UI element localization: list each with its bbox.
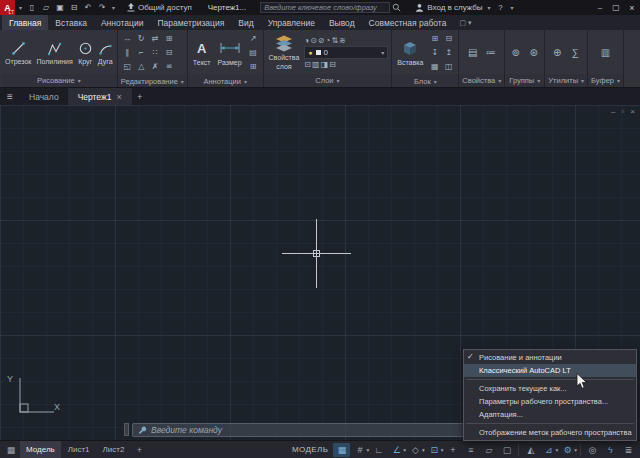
layer-walk-icon[interactable]: ⊡ (304, 60, 311, 69)
polyline-tool-button[interactable]: Полилиния (35, 40, 73, 65)
search-input[interactable] (260, 2, 390, 13)
workspace-caret-icon[interactable]: ▾ (574, 447, 577, 453)
panel-draw-label[interactable]: Рисование ▾ (1, 74, 117, 87)
erase-tool-icon[interactable]: ✗ (149, 60, 162, 73)
window-close-button[interactable]: × (624, 0, 640, 15)
layer-freeze-viewport-icon[interactable]: ▥ (312, 60, 320, 69)
insert-block-button[interactable]: Вставка (395, 39, 425, 67)
layer-select[interactable]: ● 0 ▾ (304, 46, 388, 59)
undo-icon[interactable]: ↶ (82, 3, 94, 12)
properties-palette-icon[interactable]: ▤ (465, 47, 480, 58)
layer-freeze-icon[interactable]: ⊘ (318, 36, 325, 45)
panel-layers-label[interactable]: Слои ▾ (264, 74, 392, 87)
layer-lock-icon[interactable]: ◔ (326, 36, 331, 45)
ribbon-tab-manage[interactable]: Управление (261, 15, 322, 30)
lineweight-toggle-icon[interactable]: ≡ (462, 443, 479, 457)
move-tool-icon[interactable]: ↔ (121, 32, 134, 45)
share-button[interactable]: Общий доступ (127, 3, 192, 12)
ribbon-tab-home[interactable]: Главная (2, 15, 48, 30)
model-space-button[interactable]: МОДЕЛЬ (292, 445, 328, 454)
menu-item-display-workspace-labels[interactable]: Отображение меток рабочего пространства (464, 426, 636, 439)
save-icon[interactable]: ▣ (54, 3, 66, 12)
circle-tool-button[interactable]: Круг (77, 40, 94, 65)
new-drawing-tab-button[interactable]: + (132, 88, 148, 105)
stretch-tool-icon[interactable]: ⊟ (163, 46, 176, 59)
annotation-scale-caret-icon[interactable]: ▾ (555, 447, 558, 453)
drawing-restore-button[interactable]: ▫ (621, 107, 624, 116)
file-tabs-menu-icon[interactable]: ≡ (0, 88, 20, 105)
ribbon-display-caret-icon[interactable]: ▾ (468, 19, 472, 27)
search-box[interactable] (260, 2, 401, 13)
leader-tool-icon[interactable]: ↗ (247, 32, 260, 45)
new-layout-button[interactable]: + (131, 445, 147, 455)
arc-tool-button[interactable]: Дуга (97, 40, 114, 65)
tab-close-icon[interactable]: × (116, 92, 121, 102)
layout-tabs-icon[interactable]: ▦ (3, 445, 19, 455)
offset-tool-icon[interactable]: ∥ (121, 46, 134, 59)
measure-tool-icon[interactable]: ⊕ (550, 47, 565, 58)
layer-delete-icon[interactable]: ⊟ (329, 60, 336, 69)
command-line[interactable]: Введите команду (132, 423, 468, 437)
isolate-objects-icon[interactable]: ◎ (584, 443, 601, 457)
block-sync-icon[interactable]: ◫ (442, 60, 455, 73)
open-file-icon[interactable]: ▱ (40, 3, 52, 12)
table-tool-icon[interactable]: ▤ (247, 46, 260, 59)
isodraft-caret-icon[interactable]: ▾ (422, 447, 425, 453)
panel-annotation-label[interactable]: Аннотации ▾ (188, 75, 263, 87)
search-icon[interactable] (392, 3, 401, 12)
fillet-tool-icon[interactable]: ⌐ (135, 46, 148, 59)
rotate-tool-icon[interactable]: ↻ (135, 32, 148, 45)
new-file-icon[interactable]: ▯ (26, 3, 38, 12)
layout-tab-model[interactable]: Модель (20, 441, 61, 458)
layer-color-swatch[interactable] (316, 50, 321, 55)
drawing-close-button[interactable]: × (630, 107, 635, 116)
app-logo-button[interactable]: A LT (0, 0, 15, 15)
snap-caret-icon[interactable]: ▾ (366, 447, 369, 453)
signin-button[interactable]: Вход в службы ▾ (415, 3, 492, 12)
help-icon[interactable]: ? (495, 3, 507, 12)
command-line-grip[interactable] (124, 423, 129, 436)
ribbon-tab-output[interactable]: Вывод (322, 15, 362, 30)
scale-tool-icon[interactable]: ◱ (121, 60, 134, 73)
panel-utilities-label[interactable]: Утилиты ▾ (545, 74, 587, 87)
transparency-toggle-icon[interactable]: ▱ (480, 443, 497, 457)
panel-properties-label[interactable]: Свойства ▾ (459, 74, 504, 87)
graphics-performance-icon[interactable]: ϟ (602, 443, 619, 457)
layer-properties-button[interactable]: Свойства слоя (267, 34, 302, 71)
panel-groups-label[interactable]: Группы ▾ (505, 74, 544, 87)
hatch-tool-icon[interactable]: ⊞ (247, 60, 260, 73)
ribbon-tab-collaborate[interactable]: Совместная работа (362, 15, 454, 30)
layout-tab-layout1[interactable]: Лист1 (62, 441, 96, 458)
redo-icon[interactable]: ↷ (96, 3, 108, 12)
plot-icon[interactable]: ⊟ (68, 3, 80, 12)
layout-tab-layout2[interactable]: Лист2 (97, 441, 131, 458)
panel-clipboard-label[interactable]: Буфер ▾ (588, 74, 623, 87)
dimension-tool-button[interactable]: Размер (215, 39, 243, 67)
ribbon-tab-parametric[interactable]: Параметризация (150, 15, 231, 30)
array-tool-icon[interactable]: ∷ (149, 46, 162, 59)
group-edit-icon[interactable]: ⊛ (526, 47, 541, 58)
ribbon-display-icon[interactable]: ▢ (459, 19, 466, 27)
osnap-caret-icon[interactable]: ▾ (441, 447, 444, 453)
panel-block-label[interactable]: Блок ▾ (392, 75, 458, 87)
edit-attribute-icon[interactable]: ↥ (442, 46, 455, 59)
qat-caret-icon[interactable]: ▾ (110, 4, 117, 11)
mirror-tool-icon[interactable]: ⇄ (149, 32, 162, 45)
app-menu-caret-icon[interactable]: ▾ (17, 4, 24, 11)
ribbon-tab-annotate[interactable]: Аннотации (94, 15, 151, 30)
command-customize-icon[interactable] (138, 426, 147, 435)
copy-tool-icon[interactable]: ⊞ (163, 32, 176, 45)
layer-match-icon[interactable]: ⇅ (331, 36, 338, 45)
window-maximize-button[interactable]: ▢ (608, 0, 624, 15)
menu-item-drafting-annotation[interactable]: ✓ Рисование и аннотации (464, 351, 636, 364)
layer-bulb-icon[interactable]: ● (308, 49, 312, 56)
match-properties-icon[interactable]: ≔ (483, 47, 498, 58)
otrack-toggle-icon[interactable]: + (444, 443, 461, 457)
layer-state-icon[interactable]: ◑ (304, 36, 309, 45)
polar-caret-icon[interactable]: ▾ (403, 447, 406, 453)
block-table-icon[interactable]: ▦ (428, 60, 441, 73)
menu-item-workspace-settings[interactable]: Параметры рабочего пространства... (464, 395, 636, 408)
trim-tool-icon[interactable]: △ (135, 60, 148, 73)
line-tool-button[interactable]: Отрезок (4, 40, 32, 65)
menu-item-classic-autocad-lt[interactable]: Классический AutoCAD LT (464, 364, 636, 377)
